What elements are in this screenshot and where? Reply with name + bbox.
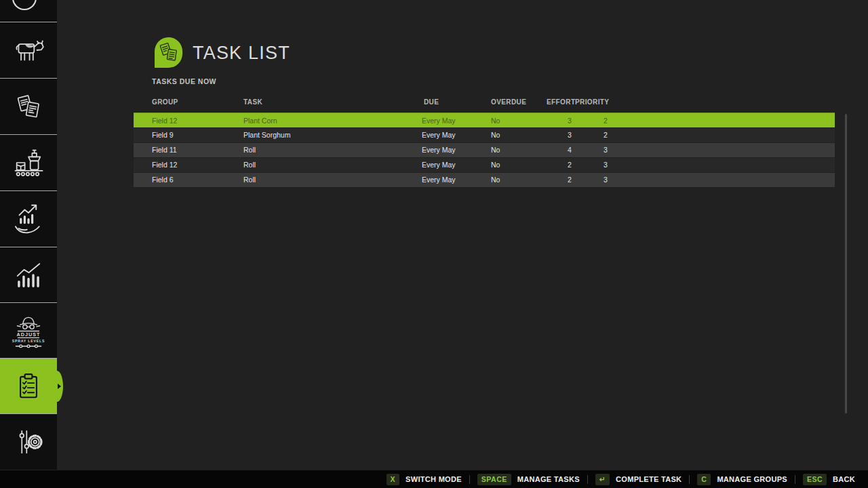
cell-due: Every May [422, 158, 456, 172]
table-row-selected[interactable]: Field 12 Plant Corn Every May No 3 2 [134, 113, 835, 127]
sidebar-separator [0, 247, 57, 247]
cell-overdue: No [491, 113, 500, 128]
cell-task: Roll [243, 158, 256, 172]
hotkey-label: MANAGE TASKS [517, 475, 580, 483]
sidebar-separator [0, 134, 57, 135]
sidebar-separator [0, 78, 57, 79]
active-tab-arrow-icon [58, 384, 61, 389]
task-list-page-icon [155, 37, 182, 68]
documents-icon [12, 89, 45, 123]
column-header-overdue: OVERDUE [491, 98, 526, 106]
production-line-icon [11, 145, 46, 180]
sidebar-item-spray-levels[interactable]: ADJUST SPRAY LEVELS [0, 303, 57, 358]
sidebar-item-top[interactable] [0, 0, 57, 22]
sidebar-item-settings[interactable] [0, 414, 57, 470]
table-row[interactable]: Field 6 Roll Every May No 2 3 [134, 173, 835, 187]
cell-priority: 3 [590, 143, 621, 157]
sidebar-item-animals[interactable] [0, 22, 57, 78]
column-header-group: GROUP [152, 98, 178, 106]
enter-key-icon: ↵ [595, 474, 610, 485]
hotkey-back: ESC BACK [795, 474, 863, 485]
hotkey-manage-tasks: SPACE MANAGE TASKS [470, 474, 587, 485]
key-badge-space: SPACE [477, 474, 511, 485]
cell-priority: 3 [590, 173, 621, 187]
cell-effort: 3 [554, 113, 585, 128]
adjust-spray-levels-icon: ADJUST SPRAY LEVELS [7, 310, 50, 352]
cell-effort: 4 [554, 143, 585, 157]
hand-chart-icon [10, 201, 47, 237]
sidebar-item-task-list[interactable] [0, 359, 57, 413]
sidebar-item-statistics[interactable] [0, 247, 57, 302]
bar-chart-icon [11, 258, 46, 293]
cell-overdue: No [491, 173, 500, 187]
cell-task: Roll [243, 173, 256, 187]
sidebar-item-production[interactable] [0, 135, 57, 190]
cow-icon [12, 33, 45, 67]
cell-effort: 3 [554, 128, 585, 142]
hotkey-label: MANAGE GROUPS [717, 475, 787, 483]
hotkey-switch-mode: X SWITCH MODE [379, 474, 469, 485]
hotkey-manage-groups: C MANAGE GROUPS [690, 474, 795, 485]
cell-group: Field 6 [152, 173, 174, 187]
cell-due: Every May [422, 173, 456, 187]
table-row[interactable]: Field 9 Plant Sorghum Every May No 3 2 [134, 128, 835, 142]
cell-group: Field 12 [152, 113, 177, 128]
column-header-due: DUE [424, 98, 439, 106]
svg-text:ADJUST: ADJUST [16, 331, 40, 337]
hotkey-label: SWITCH MODE [406, 475, 462, 483]
cell-overdue: No [491, 143, 500, 157]
cell-due: Every May [422, 143, 456, 157]
hotkey-bar: X SWITCH MODE SPACE MANAGE TASKS ↵ COMPL… [0, 470, 868, 488]
key-badge-c: C [697, 474, 711, 485]
cell-priority: 3 [590, 158, 621, 172]
task-list-screen: ADJUST SPRAY LEVELS [0, 0, 868, 488]
cell-task: Plant Sorghum [243, 128, 290, 142]
hotkey-complete-task: ↵ COMPLETE TASK [588, 474, 690, 485]
cell-priority: 2 [590, 113, 621, 128]
cell-overdue: No [491, 158, 500, 172]
sliders-gear-icon [11, 424, 46, 460]
cell-due: Every May [422, 113, 456, 128]
cell-effort: 2 [554, 158, 585, 172]
cell-priority: 2 [590, 128, 621, 142]
column-header-effort: EFFORT [547, 98, 575, 106]
sidebar-separator [0, 302, 57, 303]
section-subtitle: TASKS DUE NOW [152, 77, 216, 85]
cell-task: Plant Corn [243, 113, 277, 128]
column-header-task: TASK [243, 98, 262, 106]
sidebar-separator [0, 358, 57, 359]
task-table: GROUP TASK DUE OVERDUE EFFORT PRIORITY F… [134, 97, 835, 188]
sidebar-separator [0, 413, 57, 414]
clipboard-checklist-icon [11, 369, 46, 404]
sidebar-separator [0, 22, 57, 22]
hotkey-label: COMPLETE TASK [616, 475, 682, 483]
svg-text:SPRAY LEVELS: SPRAY LEVELS [12, 339, 45, 343]
cell-due: Every May [422, 128, 456, 142]
table-row[interactable]: Field 11 Roll Every May No 4 3 [134, 143, 835, 157]
page-title: TASK LIST [193, 43, 290, 64]
sidebar-item-sales[interactable] [0, 191, 57, 247]
sidebar-item-contracts[interactable] [0, 79, 57, 134]
cell-effort: 2 [554, 173, 585, 187]
cell-group: Field 12 [152, 158, 177, 172]
cell-task: Roll [243, 143, 256, 157]
scrollbar[interactable] [845, 114, 847, 413]
table-row[interactable]: Field 12 Roll Every May 2 No 3 [134, 158, 835, 172]
cell-group: Field 9 [152, 128, 174, 142]
key-badge-esc: ESC [803, 474, 827, 485]
key-badge-x: X [387, 474, 400, 485]
circle-icon [0, 0, 57, 22]
cell-group: Field 11 [152, 143, 177, 157]
hotkey-label: BACK [833, 475, 855, 483]
sidebar-separator [0, 190, 57, 191]
cell-overdue: No [491, 128, 500, 142]
column-header-priority: PRIORITY [575, 98, 609, 106]
